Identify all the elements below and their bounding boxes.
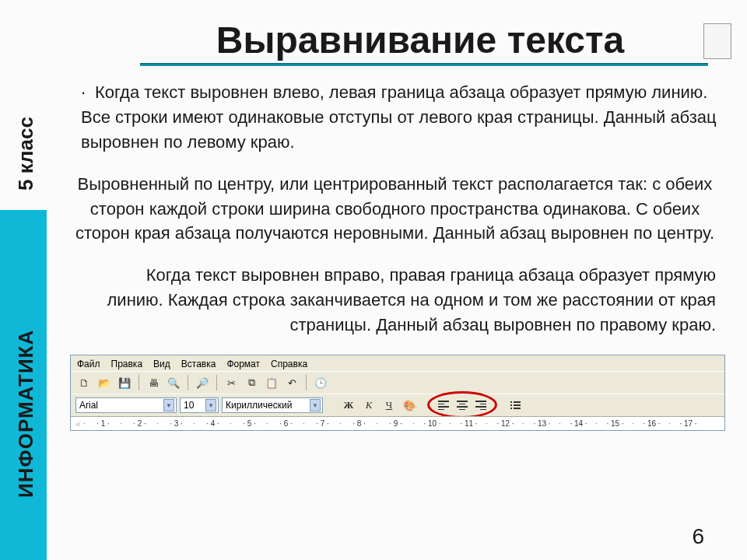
- separator: [216, 375, 217, 390]
- nav-placeholder: [703, 23, 731, 59]
- slide-title: Выравнивание текста: [62, 19, 731, 61]
- paragraph-right-aligned: Когда текст выровнен вправо, правая гран…: [62, 263, 731, 338]
- menu-bar: Файл Правка Вид Вставка Формат Справка: [71, 355, 724, 371]
- bold-button[interactable]: Ж: [340, 397, 357, 414]
- datetime-icon[interactable]: 🕒: [312, 374, 329, 391]
- chevron-down-icon[interactable]: ▼: [205, 399, 216, 411]
- save-icon[interactable]: 💾: [116, 374, 133, 391]
- para-left-text: Когда текст выровнен влево, левая границ…: [81, 82, 717, 152]
- separator: [139, 375, 139, 390]
- ruler-mark: · 3 ·: [158, 419, 195, 428]
- menu-format[interactable]: Формат: [226, 359, 260, 369]
- ruler-mark: · 5 ·: [231, 419, 268, 428]
- bullet-icon: ·: [81, 80, 95, 105]
- page-number: 6: [692, 524, 704, 549]
- align-left-icon: [438, 401, 449, 410]
- font-name-combo[interactable]: Arial ▼: [75, 397, 177, 413]
- grade-label: 5 класс: [14, 117, 38, 191]
- find-icon[interactable]: 🔎: [194, 374, 211, 391]
- separator: [306, 375, 307, 390]
- ruler-mark: · 11 ·: [451, 419, 487, 428]
- cut-icon[interactable]: ✂: [223, 374, 240, 391]
- script-value: Кириллический: [226, 400, 292, 411]
- preview-icon[interactable]: 🔍: [165, 374, 182, 391]
- bullet-list-icon: [510, 401, 521, 409]
- ruler-mark: · 7 ·: [304, 419, 341, 428]
- toolbar-row-format: Arial ▼ 10 ▼ Кириллический ▼ Ж К Ч 🎨: [71, 394, 724, 416]
- ruler-mark: · 9 ·: [377, 419, 414, 428]
- script-combo[interactable]: Кириллический ▼: [222, 397, 323, 413]
- font-name-value: Arial: [79, 400, 98, 411]
- ruler-mark: · 16 ·: [633, 419, 670, 428]
- ruler-mark: · 6 ·: [268, 419, 304, 428]
- chevron-down-icon[interactable]: ▼: [163, 399, 174, 411]
- ruler-marks: ◃ · 1 ·· 2 ·· 3 ·· 4 ·· 5 ·· 6 ·· 7 ·· 8…: [75, 419, 720, 428]
- align-center-icon: [457, 401, 468, 410]
- main-content: Выравнивание текста ·Когда текст выровне…: [47, 0, 747, 560]
- new-file-icon[interactable]: 🗋: [75, 374, 93, 391]
- print-icon[interactable]: 🖶: [145, 374, 162, 391]
- align-right-button[interactable]: [472, 397, 489, 414]
- ruler-mark: · 14 ·: [560, 419, 597, 428]
- ruler-mark: · 13 ·: [524, 419, 560, 428]
- paste-icon[interactable]: 📋: [263, 374, 280, 391]
- menu-insert[interactable]: Вставка: [181, 359, 216, 369]
- ruler-mark: · 10 ·: [414, 419, 451, 428]
- align-left-button[interactable]: [435, 397, 452, 414]
- separator: [188, 375, 188, 390]
- bullet-list-button[interactable]: [507, 397, 524, 414]
- paragraph-left-aligned: ·Когда текст выровнен влево, левая грани…: [62, 80, 731, 155]
- ruler-mark: · 1 ·: [85, 419, 121, 428]
- ruler-mark: · 15 ·: [597, 419, 633, 428]
- menu-help[interactable]: Справка: [271, 359, 307, 369]
- menu-edit[interactable]: Правка: [111, 359, 143, 369]
- open-file-icon[interactable]: 📂: [96, 374, 113, 391]
- ruler-mark: · 8 ·: [341, 419, 377, 428]
- alignment-group: [435, 397, 489, 414]
- title-underline: [140, 63, 708, 66]
- ruler-mark: · 2 ·: [121, 419, 158, 428]
- align-center-button[interactable]: [454, 397, 471, 414]
- align-right-icon: [475, 401, 486, 410]
- ruler-mark: · 12 ·: [487, 419, 524, 428]
- paragraph-center-aligned: Выровненный по центру, или центрированны…: [62, 172, 731, 247]
- copy-icon[interactable]: ⧉: [243, 374, 260, 391]
- ruler-mark: · 4 ·: [195, 419, 231, 428]
- ruler-mark: · 17 ·: [670, 419, 707, 428]
- toolbar-row-standard: 🗋 📂 💾 🖶 🔍 🔎 ✂ ⧉ 📋 ↶ 🕒: [71, 371, 724, 394]
- undo-icon[interactable]: ↶: [283, 374, 300, 391]
- font-size-combo[interactable]: 10 ▼: [180, 397, 219, 413]
- font-size-value: 10: [184, 400, 194, 411]
- color-button[interactable]: 🎨: [401, 397, 418, 414]
- underline-button[interactable]: Ч: [381, 397, 398, 414]
- ruler: ◃ · 1 ·· 2 ·· 3 ·· 4 ·· 5 ·· 6 ·· 7 ·· 8…: [71, 416, 724, 430]
- italic-button[interactable]: К: [360, 397, 377, 414]
- subject-label: ИНФОРМАТИКА: [14, 330, 38, 498]
- menu-file[interactable]: Файл: [77, 359, 100, 369]
- wordpad-toolbar: Файл Правка Вид Вставка Формат Справка 🗋…: [70, 355, 725, 431]
- menu-view[interactable]: Вид: [153, 359, 170, 369]
- chevron-down-icon[interactable]: ▼: [310, 399, 321, 411]
